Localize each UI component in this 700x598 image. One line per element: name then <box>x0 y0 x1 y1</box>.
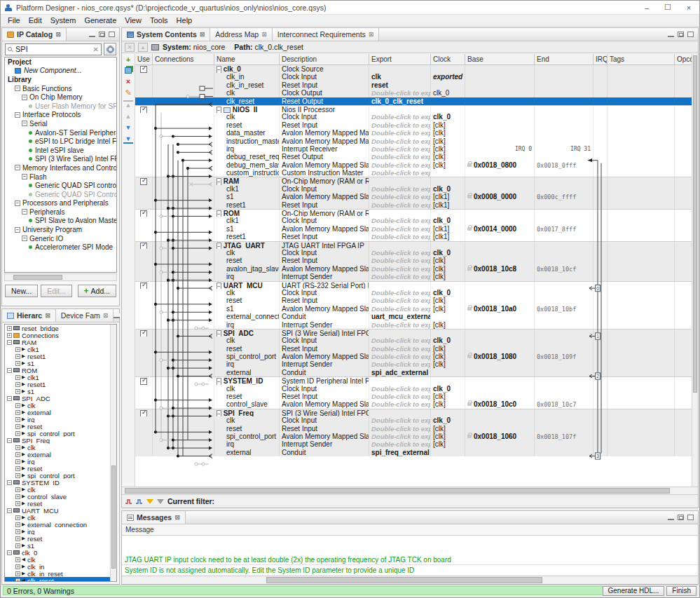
catalog-item[interactable]: Project <box>5 57 116 67</box>
table-port-row[interactable]: resetReset InputDouble-click to export[c… <box>135 257 692 264</box>
catalog-item[interactable]: SPI (3 Wire Serial) Intel FPGA IP <box>5 155 116 164</box>
add-component-button[interactable]: + <box>123 56 133 63</box>
export-cell[interactable]: Double-click to export <box>369 121 431 129</box>
tab-close-icon[interactable]: ⊠ <box>174 514 180 521</box>
export-cell[interactable]: clk_0_clk_reset <box>369 97 431 105</box>
expander-icon[interactable]: − <box>7 396 12 401</box>
lock-icon[interactable] <box>467 307 472 311</box>
clock-cell[interactable]: [clk] <box>431 273 465 280</box>
expander-icon[interactable]: + <box>15 431 20 436</box>
hierarchy-item[interactable]: +▶clk <box>5 402 116 409</box>
lock-icon[interactable] <box>467 355 472 358</box>
table-group-row[interactable]: −UART_MCUUART (RS-232 Serial Port) Intel… <box>135 281 692 289</box>
duplicate-button[interactable] <box>125 67 132 74</box>
tab-device-family[interactable]: Device Fam ⊠ <box>56 309 114 322</box>
clock-cell[interactable]: [clk] <box>431 360 465 368</box>
table-group-row[interactable]: −SPI_FreqSPI (3 Wire Serial) Intel FPGA … <box>135 409 692 416</box>
hierarchy-item[interactable]: +▶external_connection <box>5 521 116 528</box>
expander-icon[interactable]: + <box>15 529 20 534</box>
column-header-base[interactable]: Base <box>465 54 535 64</box>
expander-icon[interactable]: + <box>15 466 20 471</box>
expander-icon[interactable]: + <box>15 557 20 562</box>
table-port-row[interactable]: reset1Reset InputDouble-click to export[… <box>135 201 692 209</box>
table-port-row[interactable]: resetReset InputDouble-click to export[c… <box>135 297 692 304</box>
base-cell[interactable] <box>465 97 535 105</box>
clock-cell[interactable]: [clk] <box>431 137 465 145</box>
toolbar-button-right[interactable]: ▴ <box>138 43 148 52</box>
base-cell[interactable] <box>465 297 535 304</box>
table-port-row[interactable]: clk1Clock InputDouble-click to exportclk… <box>135 217 692 224</box>
menu-system[interactable]: System <box>46 16 81 25</box>
tab-hierarchy[interactable]: Hierarc ⊠ <box>2 309 56 322</box>
irq-cell[interactable] <box>593 217 608 224</box>
irq-cell[interactable] <box>593 89 608 97</box>
base-cell[interactable] <box>465 169 535 177</box>
irq-cell[interactable] <box>593 297 608 304</box>
catalog-item[interactable]: −Flash <box>5 172 116 182</box>
export-cell[interactable]: uart_mcu_external_con... <box>369 313 431 320</box>
lock-icon[interactable] <box>467 402 472 406</box>
use-checkbox[interactable] <box>140 378 147 384</box>
table-port-row[interactable]: resetReset InputDouble-click to export[c… <box>135 345 692 353</box>
expander-icon[interactable]: − <box>7 340 12 345</box>
expander-icon[interactable]: − <box>217 178 221 184</box>
expander-icon[interactable]: + <box>15 501 20 506</box>
finish-button[interactable]: Finish <box>666 586 696 596</box>
hierarchy-item[interactable]: −clk_0 <box>5 549 116 556</box>
expander-icon[interactable]: − <box>7 438 12 443</box>
base-cell[interactable]: 0x0018_10c8 <box>465 265 535 273</box>
hierarchy-item[interactable]: +▶irq <box>5 458 116 465</box>
expander-icon[interactable]: + <box>15 473 20 478</box>
irq-cell[interactable] <box>593 193 608 201</box>
catalog-item[interactable]: −Memory Interfaces and Controllers <box>5 163 116 172</box>
base-cell[interactable] <box>465 440 535 448</box>
irq-cell[interactable] <box>593 385 608 393</box>
clock-cell[interactable]: clk_0 <box>431 289 465 297</box>
panel-maximize-icon[interactable] <box>109 32 115 37</box>
base-cell[interactable] <box>465 89 535 97</box>
move-up-button[interactable]: ▲ <box>123 113 133 120</box>
hierarchy-item[interactable]: −UART_MCU <box>5 507 116 514</box>
irq-cell[interactable] <box>593 153 608 161</box>
irq-cell[interactable] <box>593 369 608 376</box>
expander-icon[interactable]: − <box>22 95 27 100</box>
export-cell[interactable]: Double-click to export <box>369 201 431 209</box>
clock-cell[interactable] <box>431 313 465 320</box>
hierarchy-item[interactable]: +▶clk_in_reset <box>5 570 116 577</box>
column-header-opcode-n[interactable]: Opcode N <box>675 54 692 64</box>
clock-cell[interactable]: [clk] <box>431 145 465 153</box>
base-cell[interactable] <box>465 289 535 297</box>
irq-cell[interactable] <box>593 169 608 177</box>
generate-hdl-button[interactable]: Generate HDL... <box>603 586 665 596</box>
clock-cell[interactable]: exported <box>431 73 465 81</box>
export-cell[interactable]: Double-click to export <box>369 273 431 280</box>
hierarchy-item[interactable]: +▶external <box>5 451 116 458</box>
use-checkbox[interactable] <box>140 283 147 289</box>
column-header-export[interactable]: Export <box>369 54 431 64</box>
irq-cell[interactable] <box>593 257 608 264</box>
expander-icon[interactable]: + <box>15 522 20 527</box>
hierarchy-item[interactable]: +▶clk_in <box>5 563 116 570</box>
hierarchy-item[interactable]: +▶clk1 <box>5 346 116 353</box>
table-port-row[interactable]: spi_control_portAvalon Memory Mapped Sla… <box>135 433 692 440</box>
expander-icon[interactable]: + <box>15 424 20 429</box>
export-cell[interactable]: Double-click to export <box>369 337 431 344</box>
column-header-clock[interactable]: Clock <box>431 54 465 64</box>
clock-cell[interactable]: [clk] <box>431 433 465 440</box>
expander-icon[interactable]: + <box>15 459 20 464</box>
expander-icon[interactable]: + <box>15 361 20 366</box>
base-cell[interactable]: 0x0018_10a0 <box>465 305 535 313</box>
menu-view[interactable]: View <box>121 16 146 25</box>
hierarchy-item[interactable]: +▶reset <box>5 500 116 507</box>
base-cell[interactable] <box>465 73 535 81</box>
irq-cell[interactable] <box>593 433 608 440</box>
hierarchy-item[interactable]: −SPI_ADC <box>5 395 116 402</box>
expander-icon[interactable]: + <box>15 403 20 408</box>
export-cell[interactable]: Double-click to export <box>369 257 431 264</box>
base-cell[interactable] <box>465 360 535 368</box>
column-header-name[interactable]: Name <box>214 54 280 64</box>
table-port-row[interactable]: clkClock InputDouble-click to exportclk_… <box>135 416 692 424</box>
base-cell[interactable] <box>465 425 535 433</box>
export-cell[interactable]: Double-click to export <box>369 393 431 400</box>
close-icon[interactable]: × <box>678 1 699 15</box>
